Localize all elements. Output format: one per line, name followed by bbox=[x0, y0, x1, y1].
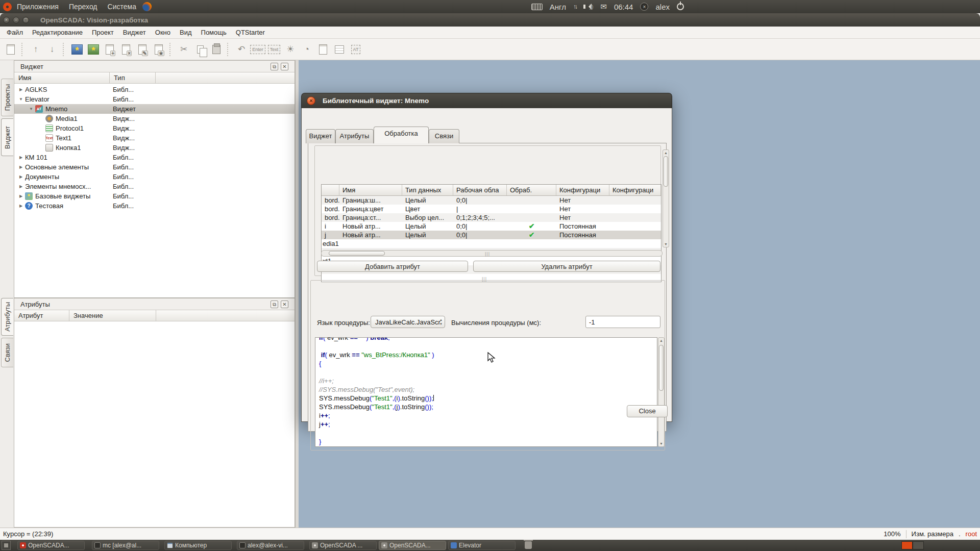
column-type[interactable]: Тип bbox=[110, 72, 156, 83]
dock-tab-links[interactable]: Связи bbox=[1, 338, 13, 367]
expand-icon[interactable]: ▶ bbox=[18, 194, 23, 198]
expand-icon[interactable]: ▶ bbox=[18, 155, 23, 160]
table-column-header[interactable]: Обраб. bbox=[507, 185, 556, 195]
table-column-header[interactable] bbox=[322, 185, 339, 195]
column-value[interactable]: Значение bbox=[69, 310, 156, 321]
attributes-element-icon[interactable]: AT bbox=[348, 42, 363, 57]
scroll-up-icon[interactable]: ▲ bbox=[658, 338, 664, 343]
tree-item-Элементы мнемосх...[interactable]: ▶Элементы мнемосх...Библ... bbox=[14, 182, 295, 191]
panel-float-icon[interactable]: ⧉ bbox=[271, 63, 278, 70]
ubuntu-logo-icon[interactable] bbox=[3, 3, 12, 11]
tree-item-AGLKS[interactable]: ▶AGLKSБибл... bbox=[14, 85, 295, 94]
keyboard-layout-label[interactable]: Англ bbox=[550, 3, 566, 11]
taskbar-item-7[interactable]: Elevator bbox=[448, 541, 516, 550]
enter-element-icon[interactable]: Enter bbox=[250, 42, 265, 57]
menu-item[interactable]: Виджет bbox=[118, 28, 151, 37]
scrollbar-thumb[interactable] bbox=[664, 156, 668, 187]
taskbar-item-4[interactable]: alex@alex-vi... bbox=[237, 541, 304, 550]
code-vertical-scrollbar[interactable]: ▲ ▼ bbox=[658, 337, 665, 447]
cut-icon[interactable]: ✂ bbox=[176, 42, 191, 57]
dialog-tab-Атрибуты[interactable]: Атрибуты bbox=[335, 129, 374, 143]
save-icon[interactable]: ↓ bbox=[44, 42, 60, 57]
close-button[interactable]: Close bbox=[627, 405, 668, 417]
visual-items-icon[interactable] bbox=[3, 42, 18, 57]
paste-icon[interactable] bbox=[209, 42, 224, 57]
taskbar-item-1[interactable]: OpenSCADA... bbox=[17, 541, 85, 550]
menu-item[interactable]: Помощь bbox=[197, 28, 231, 37]
copy-icon[interactable] bbox=[192, 42, 208, 57]
scroll-down-icon[interactable]: ▼ bbox=[663, 241, 669, 247]
delete-widget-icon[interactable]: × bbox=[118, 42, 134, 57]
expand-icon[interactable]: ▶ bbox=[18, 87, 23, 92]
tree-item-Protocol1[interactable]: Protocol1Видж... bbox=[14, 123, 295, 133]
dialog-close-icon[interactable]: × bbox=[307, 96, 315, 105]
table-vertical-scrollbar[interactable]: ▲ ▼ bbox=[663, 149, 669, 247]
panel-close-icon[interactable]: ✕ bbox=[281, 63, 288, 70]
tree-item-Базовые виджеты[interactable]: ▶*Базовые виджетыБибл... bbox=[14, 191, 295, 201]
window-maximize-button[interactable]: □ bbox=[22, 17, 29, 23]
menu-item[interactable]: Окно bbox=[151, 28, 175, 37]
scroll-up-icon[interactable]: ▲ bbox=[663, 150, 669, 156]
panel-splitter[interactable] bbox=[295, 60, 299, 528]
taskbar-item-3[interactable]: Компьютер bbox=[164, 541, 232, 550]
table-column-header[interactable]: Конфигураци bbox=[609, 185, 661, 195]
table-row[interactable]: bord...Граница:ш...Целый0;0|Нет bbox=[322, 196, 661, 205]
tree-item-Тестовая[interactable]: ▶?ТестоваяБибл... bbox=[14, 201, 295, 211]
procedure-code-editor[interactable]: if( ev_wrk == "" ) break; if( ev_wrk == … bbox=[315, 337, 657, 447]
desktop-menu-item[interactable]: Переход bbox=[64, 3, 103, 11]
user-status-icon[interactable]: × bbox=[640, 3, 648, 11]
dock-tab-projects[interactable]: Проекты bbox=[1, 79, 13, 116]
dialog-tab-Виджет[interactable]: Виджет bbox=[306, 129, 335, 143]
scroll-down-icon[interactable]: ▼ bbox=[658, 441, 664, 446]
scrollbar-thumb[interactable] bbox=[329, 251, 385, 256]
column-attribute[interactable]: Атрибут bbox=[14, 310, 69, 321]
volume-icon[interactable]: )) bbox=[583, 4, 593, 10]
expand-icon[interactable]: ▶ bbox=[18, 204, 23, 208]
menu-item[interactable]: Вид bbox=[175, 28, 197, 37]
desktop-menu-item[interactable]: Система bbox=[103, 3, 141, 11]
scrollbar-thumb[interactable] bbox=[659, 345, 664, 391]
add-widget-icon[interactable]: + bbox=[102, 42, 117, 57]
tree-item-КМ 101[interactable]: ▶КМ 101Библ... bbox=[14, 153, 295, 162]
tree-item-Media1[interactable]: Media1Видж... bbox=[14, 114, 295, 123]
document-element-icon[interactable] bbox=[315, 42, 331, 57]
widget-library-icon[interactable]: * bbox=[69, 42, 85, 57]
table-row[interactable]: bord...Граница:ст...Выбор цел...0;1;2;3;… bbox=[322, 213, 661, 222]
menu-item[interactable]: QTStarter bbox=[231, 28, 270, 37]
menu-item[interactable]: Редактирование bbox=[28, 28, 87, 37]
expand-icon[interactable]: ▶ bbox=[18, 174, 23, 179]
show-desktop-button[interactable] bbox=[2, 541, 11, 550]
expand-icon[interactable]: ▶ bbox=[18, 165, 23, 169]
dialog-tab-Обработка[interactable]: Обработка bbox=[374, 127, 429, 143]
tree-item-Elevator[interactable]: ▼ElevatorБибл... bbox=[14, 94, 295, 104]
text-element-icon[interactable]: Text bbox=[266, 42, 282, 57]
taskbar-item-2[interactable]: mc [alex@al... bbox=[92, 541, 159, 550]
table-column-header[interactable]: Конфигураци bbox=[556, 185, 609, 195]
tree-item-Документы[interactable]: ▶ДокументыБибл... bbox=[14, 172, 295, 182]
panel-close-icon[interactable]: ✕ bbox=[281, 300, 288, 308]
dialog-tab-Связи[interactable]: Связи bbox=[429, 129, 459, 143]
procedure-language-select[interactable]: JavaLikeCalc.JavaScr ▲▼ bbox=[371, 316, 445, 328]
load-icon[interactable]: ↑ bbox=[28, 42, 43, 57]
taskbar-item-5[interactable]: OpenSCADA ... bbox=[309, 541, 377, 550]
menu-item[interactable]: Проект bbox=[87, 28, 118, 37]
tree-item-Основные элементы[interactable]: ▶Основные элементыБибл... bbox=[14, 162, 295, 172]
collapse-icon[interactable]: ▼ bbox=[29, 107, 34, 111]
dialog-titlebar[interactable]: × Библиотечный виджет: Mnemo bbox=[301, 93, 672, 108]
menu-item[interactable]: Файл bbox=[2, 28, 28, 37]
tree-item-Mnemo[interactable]: ▼ATMnemoВиджет bbox=[14, 104, 295, 114]
undo-icon[interactable]: ↶ bbox=[234, 42, 249, 57]
table-column-header[interactable]: Тип данных bbox=[402, 185, 453, 195]
tree-item-Text1[interactable]: TextText1Видж... bbox=[14, 133, 295, 143]
table-row-overflow[interactable]: edia1 bbox=[322, 239, 661, 248]
taskbar-item-6[interactable]: OpenSCADA... bbox=[379, 541, 446, 550]
table-element-icon[interactable] bbox=[332, 42, 347, 57]
collapse-icon[interactable]: ▼ bbox=[18, 97, 23, 102]
desktop-menu-item[interactable]: Приложения bbox=[12, 3, 64, 11]
dock-tab-widget[interactable]: Виджет bbox=[1, 118, 13, 156]
window-close-button[interactable]: × bbox=[3, 17, 10, 23]
widget-edit-icon[interactable]: ★ bbox=[151, 42, 166, 57]
table-row[interactable]: bord...Граница:цветЦвет|Нет bbox=[322, 205, 661, 213]
panel-float-icon[interactable]: ⧉ bbox=[271, 300, 278, 308]
window-minimize-button[interactable]: − bbox=[13, 17, 19, 23]
